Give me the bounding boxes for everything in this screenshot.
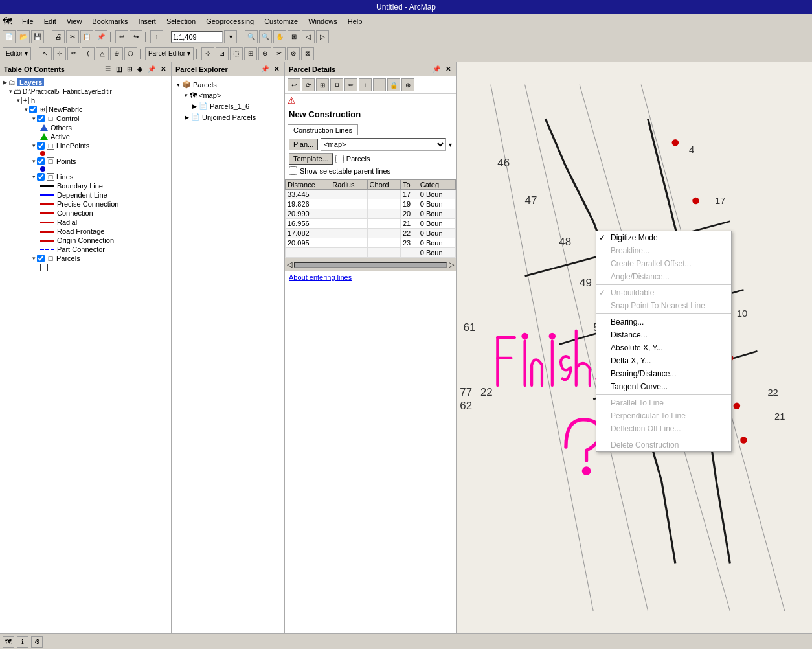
pd-edit-btn[interactable]: ✏ — [344, 78, 357, 91]
pd-table-area[interactable]: Distance Radius Chord To Categ 33.445170… — [285, 179, 456, 258]
pd-more-btn[interactable]: ⊕ — [401, 78, 414, 91]
parcel-editor-dropdown[interactable]: Parcel Editor ▾ — [145, 47, 194, 60]
toc-connection[interactable]: Connection — [1, 209, 170, 218]
pd-parcels-checkbox[interactable] — [335, 155, 344, 163]
pd-col-chord[interactable]: Chord — [367, 180, 400, 190]
parcel-btn3[interactable]: ⬚ — [230, 47, 243, 60]
table-row[interactable]: 17.082220 Boun — [286, 229, 456, 238]
cm-breakline[interactable]: Breakline... — [596, 244, 731, 257]
print-btn[interactable]: 🖨 — [52, 30, 65, 43]
menu-help[interactable]: Help — [345, 17, 365, 26]
editor-dropdown[interactable]: Editor ▾ — [3, 47, 31, 60]
cm-bearing[interactable]: Bearing... — [596, 315, 731, 328]
pts-checkbox[interactable] — [37, 157, 45, 165]
zoom-in-btn[interactable]: 🔍 — [245, 30, 258, 43]
ctrl-checkbox[interactable] — [37, 115, 45, 122]
prev-extent-btn[interactable]: ◁ — [302, 30, 315, 43]
copy-btn[interactable]: 📋 — [80, 30, 93, 43]
toc-part-connector[interactable]: Part Connector — [1, 245, 170, 254]
menu-insert[interactable]: Insert — [135, 17, 159, 26]
pd-close-icon[interactable]: ✕ — [444, 65, 452, 73]
lines-checkbox[interactable] — [37, 173, 45, 181]
toc-origin-connection[interactable]: Origin Connection — [1, 236, 170, 245]
pd-construction-lines-tab[interactable]: Construction Lines — [288, 124, 358, 135]
toc-control[interactable]: ▾ □ Control — [1, 114, 170, 123]
cm-unbuildable[interactable]: ✓ Un-buildable — [596, 286, 731, 299]
pd-template-btn[interactable]: Template... — [289, 153, 333, 165]
cm-tangent-curve[interactable]: Tangent Curve... — [596, 380, 731, 393]
cm-delete-construction[interactable]: Delete Construction — [596, 438, 731, 451]
pd-plan-select[interactable]: <map> — [321, 138, 446, 151]
pd-pin-icon[interactable]: 📌 — [431, 65, 442, 73]
cm-absolute-xy[interactable]: Absolute X, Y... — [596, 341, 731, 354]
pd-refresh-btn[interactable]: ⟳ — [302, 78, 315, 91]
pd-grid-btn[interactable]: ⊞ — [316, 78, 329, 91]
table-row[interactable]: 16.956210 Boun — [286, 219, 456, 229]
toc-linepoints[interactable]: ▾ □ LinePoints — [1, 141, 170, 150]
toc-boundary-line[interactable]: Boundary Line — [1, 181, 170, 190]
pe-close-icon[interactable]: ✕ — [273, 65, 280, 73]
status-map-btn[interactable]: 🗺 — [3, 636, 14, 648]
pd-back-btn[interactable]: ↩ — [288, 78, 300, 91]
zoom-out-btn[interactable]: 🔍 — [259, 30, 272, 43]
pd-show-selectable-checkbox[interactable] — [289, 166, 297, 175]
zoom-dropdown-btn[interactable]: ▾ — [224, 30, 237, 43]
cm-delta-xy[interactable]: Delta X, Y... — [596, 354, 731, 367]
toc-source-icon[interactable]: ⊞ — [126, 65, 133, 73]
pd-settings-btn[interactable]: ⚙ — [330, 78, 343, 91]
parcel-btn4[interactable]: ⊞ — [244, 47, 257, 60]
pe-unjoined-item[interactable]: ▶ 📄 Unjoined Parcels — [174, 111, 282, 122]
toc-parcels[interactable]: ▾ □ Parcels — [1, 254, 170, 263]
menu-geoprocessing[interactable]: Geoprocessing — [203, 17, 256, 26]
table-row[interactable]: 20.990200 Boun — [286, 209, 456, 219]
toc-road-frontage[interactable]: Road Frontage — [1, 227, 170, 236]
arrow-btn[interactable]: ↑ — [150, 30, 163, 43]
pd-about-link[interactable]: About entering lines — [285, 271, 456, 284]
toc-others[interactable]: Others — [1, 123, 170, 132]
edit-tool4[interactable]: ⟨ — [82, 47, 95, 60]
cut-btn[interactable]: ✂ — [66, 30, 79, 43]
toc-pin-icon[interactable]: 📌 — [146, 65, 157, 73]
pe-parcels16-item[interactable]: ▶ 📄 Parcels_1_6 — [174, 100, 282, 111]
pd-minus-btn[interactable]: − — [373, 78, 386, 91]
edit-tool7[interactable]: ⬡ — [124, 47, 137, 60]
menu-bookmarks[interactable]: Bookmarks — [89, 17, 130, 26]
edit-tool2[interactable]: ⊹ — [53, 47, 66, 60]
cm-parallel-line[interactable]: Parallel To Line — [596, 396, 731, 409]
pe-map-item[interactable]: ▾ 🗺 <map> — [174, 90, 282, 100]
menu-view[interactable]: View — [64, 17, 85, 26]
pd-lock-btn[interactable]: 🔒 — [387, 78, 400, 91]
cm-digitize-mode[interactable]: ✓ Digitize Mode — [596, 231, 731, 244]
next-extent-btn[interactable]: ▷ — [316, 30, 329, 43]
cm-distance[interactable]: Distance... — [596, 328, 731, 341]
cm-bearing-distance[interactable]: Bearing/Distance... — [596, 367, 731, 380]
map-area[interactable]: 46 47 48 49 50 61 77 22 62 4 17 9 10 22 … — [457, 62, 812, 633]
cm-create-parallel[interactable]: Create Parallel Offset... — [596, 257, 731, 270]
toc-lines[interactable]: ▾ □ Lines — [1, 172, 170, 181]
cm-perpendicular-line[interactable]: Perpendicular To Line — [596, 409, 731, 422]
toc-layers-icon[interactable]: ◫ — [115, 65, 123, 73]
redo-btn[interactable]: ↪ — [130, 30, 142, 43]
menu-windows[interactable]: Windows — [306, 17, 340, 26]
toc-newfabric[interactable]: ▾ ⊞ NewFabric — [1, 105, 170, 114]
toc-dependent-line[interactable]: Dependent Line — [1, 190, 170, 199]
menu-edit[interactable]: Edit — [41, 17, 59, 26]
toc-points[interactable]: ▾ □ Points — [1, 157, 170, 166]
edit-tool5[interactable]: △ — [96, 47, 109, 60]
parcels-checkbox[interactable] — [37, 255, 45, 262]
save-btn[interactable]: 💾 — [31, 30, 44, 43]
toc-radial[interactable]: Radial — [1, 218, 170, 227]
zoom-input[interactable] — [171, 31, 223, 43]
toc-vis-icon[interactable]: ◈ — [136, 65, 144, 73]
cm-snap-point[interactable]: Snap Point To Nearest Line — [596, 299, 731, 312]
pe-pin-icon[interactable]: 📌 — [260, 65, 270, 73]
new-btn[interactable]: 📄 — [3, 30, 16, 43]
parcel-btn5[interactable]: ⊕ — [258, 47, 271, 60]
lp-checkbox[interactable] — [37, 142, 45, 150]
pd-col-to[interactable]: To — [400, 180, 418, 190]
status-settings-btn[interactable]: ⚙ — [31, 636, 43, 648]
cm-angle-distance[interactable]: Angle/Distance... — [596, 270, 731, 283]
pd-col-categ[interactable]: Categ — [418, 180, 455, 190]
pd-col-radius[interactable]: Radius — [330, 180, 367, 190]
full-extent-btn[interactable]: ⊞ — [288, 30, 300, 43]
